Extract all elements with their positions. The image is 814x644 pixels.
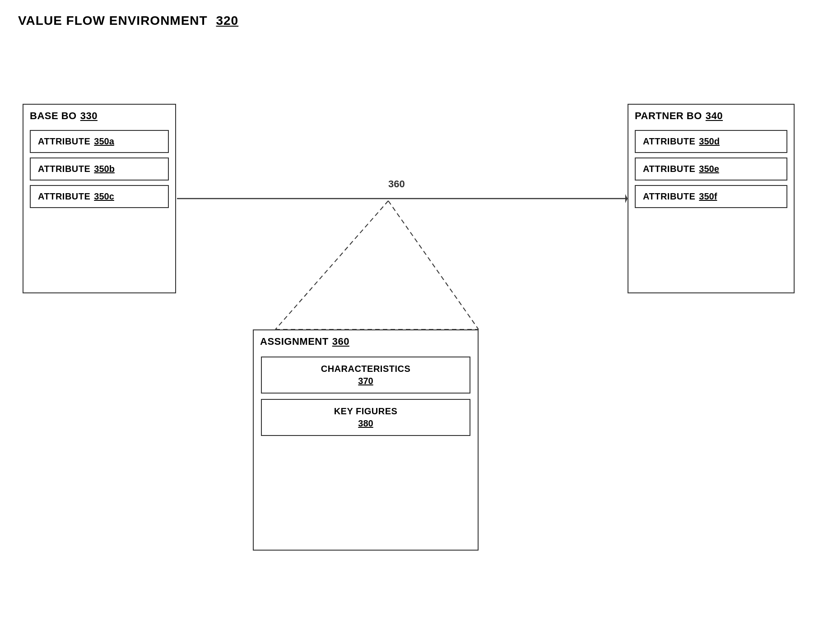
diagram-container: VALUE FLOW ENVIRONMENT 320 BASE BO 330 A…: [0, 0, 814, 644]
partner-bo-header: PARTNER BO 340: [628, 105, 794, 125]
attribute-350e: ATTRIBUTE 350e: [635, 158, 787, 181]
page-title-ref: 320: [216, 14, 238, 28]
assignment-ref: 360: [332, 336, 349, 347]
base-bo-ref: 330: [80, 110, 98, 122]
base-bo-label: BASE BO: [30, 110, 77, 122]
assignment-box: ASSIGNMENT 360 CHARACTERISTICS 370 KEY F…: [253, 329, 479, 551]
attribute-350d: ATTRIBUTE 350d: [635, 130, 787, 153]
attribute-350f: ATTRIBUTE 350f: [635, 185, 787, 208]
svg-text:360: 360: [388, 178, 405, 190]
base-bo-box: BASE BO 330 ATTRIBUTE 350a ATTRIBUTE 350…: [23, 104, 176, 293]
partner-bo-label: PARTNER BO: [635, 110, 702, 122]
svg-line-4: [388, 201, 479, 329]
partner-bo-box: PARTNER BO 340 ATTRIBUTE 350d ATTRIBUTE …: [628, 104, 795, 293]
assignment-header: ASSIGNMENT 360: [254, 330, 478, 351]
page-title-text: VALUE FLOW ENVIRONMENT: [18, 14, 208, 28]
attribute-350a: ATTRIBUTE 350a: [30, 130, 169, 153]
key-figures-box: KEY FIGURES 380: [261, 399, 470, 436]
partner-bo-ref: 340: [706, 110, 723, 122]
attribute-350b: ATTRIBUTE 350b: [30, 158, 169, 181]
attribute-350c: ATTRIBUTE 350c: [30, 185, 169, 208]
assignment-label: ASSIGNMENT: [260, 336, 329, 347]
characteristics-box: CHARACTERISTICS 370: [261, 357, 470, 394]
page-title: VALUE FLOW ENVIRONMENT 320: [18, 14, 238, 28]
base-bo-header: BASE BO 330: [23, 105, 175, 125]
svg-line-3: [275, 201, 388, 329]
